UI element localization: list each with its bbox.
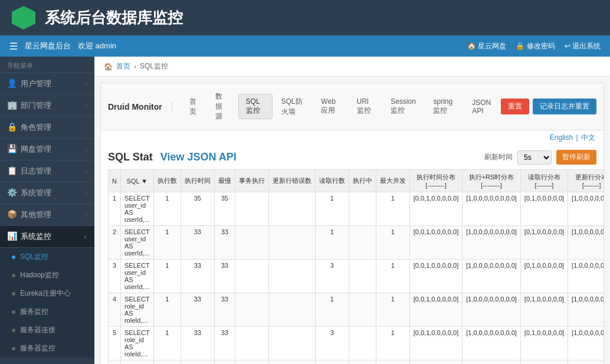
log-reset-button[interactable]: 记录日志并重置 <box>533 99 596 114</box>
cell-time-rs-dist: [1,0,0,0,0,0,0,0,0] <box>463 192 521 226</box>
cell-time-rs-dist: [1,0,0,0,0,0,0,0,0] <box>463 226 521 260</box>
cell-executing <box>349 360 376 365</box>
th-n: N <box>109 170 121 192</box>
cell-read-rows: 1 <box>315 360 349 365</box>
tab-firewall[interactable]: SQL防火墙 <box>274 93 313 120</box>
cell-slowest: 33 <box>214 260 235 293</box>
cell-exec-time: 33 <box>181 226 214 260</box>
tab-home[interactable]: 首页 <box>182 93 206 120</box>
home-icon: 🏠 <box>104 63 113 71</box>
cell-tx <box>235 226 268 260</box>
cell-update-err <box>268 192 315 226</box>
cell-read-dist: [0,1,0,0,0,0,0] <box>520 327 568 360</box>
breadcrumb-home[interactable]: 首页 <box>116 61 130 71</box>
inactive-dot <box>12 329 15 332</box>
sidebar-item-system[interactable]: ⚙️系统管理 › <box>0 182 94 204</box>
nav-link-home[interactable]: 🏠 星云网盘 <box>467 41 506 51</box>
cell-max-concurrent: 1 <box>376 327 409 360</box>
inactive-dot <box>12 292 15 296</box>
reset-button[interactable]: 重置 <box>501 99 529 114</box>
sidebar-item-disk[interactable]: 💾网盘管理 › <box>0 139 94 160</box>
sidebar-item-dept[interactable]: 🏢部门管理 › <box>0 95 94 117</box>
cell-max-concurrent: 1 <box>376 226 409 260</box>
cell-slowest: 33 <box>214 293 235 327</box>
sidebar-subitem-service-monitor[interactable]: 服务监控 <box>0 303 94 321</box>
cell-read-rows: 1 <box>315 192 349 226</box>
cell-sql[interactable]: SELECT user_id AS userId,... <box>120 192 153 226</box>
cell-read-dist: [0,1,0,0,0,0,0] <box>520 226 568 260</box>
tab-uri[interactable]: URI监控 <box>349 94 382 119</box>
cell-update-dist: [1,0,0,0,0,0,0] <box>568 260 604 293</box>
refresh-area: 刷新时间 5s 10s 30s 60s 关闭 暂停刷新 <box>484 150 596 165</box>
view-json-link[interactable]: View JSON API <box>160 151 237 163</box>
sql-stat-title: SQL Stat View JSON API <box>108 151 237 163</box>
table-row: 6 select menu_id from sys_r... 1 33 33 6… <box>109 360 604 365</box>
nav-link-logout[interactable]: ↩ 退出系统 <box>565 41 601 51</box>
sidebar-item-role[interactable]: 🔒角色管理 › <box>0 117 94 139</box>
dept-icon: 🏢 <box>7 100 17 110</box>
cell-executing <box>349 192 376 226</box>
cell-exec-time: 33 <box>181 360 214 365</box>
cell-max-concurrent: 1 <box>376 293 409 327</box>
cell-read-dist: [0,1,0,0,0,0,0] <box>520 293 568 327</box>
cell-time-dist: [0,0,1,0,0,0,0,0] <box>409 293 462 327</box>
cell-sql[interactable]: SELECT user_id AS userId,... <box>120 226 153 260</box>
cell-executing <box>349 327 376 360</box>
druid-header: Druid Monitor 首页 数据源 SQL监控 SQL防火墙 Web应用 … <box>101 83 604 130</box>
monitor-icon: 📊 <box>7 231 17 241</box>
arrow-icon: › <box>86 190 87 196</box>
sidebar-item-user[interactable]: 👤用户管理 › <box>0 73 94 95</box>
cell-time-dist: [0,0,1,0,0,0,0,0] <box>409 226 462 260</box>
th-time-dist: 执行时间分布[--------] <box>409 170 462 192</box>
sidebar-subitem-server-monitor[interactable]: 服务器监控 <box>0 339 94 358</box>
cell-read-dist: [0,1,0,0,0,0,0] <box>520 192 568 226</box>
tab-spring[interactable]: spring监控 <box>425 94 463 119</box>
table-row: 1 SELECT user_id AS userId,... 1 35 35 1… <box>109 192 604 226</box>
arrow-icon: › <box>86 212 87 218</box>
cell-max-concurrent: 1 <box>376 360 409 365</box>
breadcrumb-current: SQL监控 <box>140 61 168 71</box>
table-row: 5 SELECT role_id AS roleId,... 1 33 33 3… <box>109 327 604 360</box>
tab-json[interactable]: JSON API <box>464 95 501 119</box>
cell-tx <box>235 260 268 293</box>
lang-chinese[interactable]: 中文 <box>581 133 595 142</box>
sidebar-subitem-eureka[interactable]: Eureka注册中心 <box>0 284 94 303</box>
sidebar-item-log[interactable]: 📋日志管理 › <box>0 160 94 182</box>
cell-sql[interactable]: select menu_id from sys_r... <box>120 360 153 365</box>
hamburger-icon[interactable]: ☰ <box>9 41 18 52</box>
cell-read-dist: [0,1,0,0,0,0,0] <box>520 260 568 293</box>
inactive-dot <box>12 347 15 350</box>
cell-exec-time: 33 <box>181 293 214 327</box>
arrow-icon: › <box>86 103 87 109</box>
tab-sql[interactable]: SQL监控 <box>238 94 273 119</box>
sidebar-monitor-section[interactable]: 📊系统监控 ∨ <box>0 226 94 248</box>
tab-session[interactable]: Session监控 <box>383 94 424 119</box>
cell-update-err <box>268 293 315 327</box>
refresh-select[interactable]: 5s 10s 30s 60s 关闭 <box>517 150 552 165</box>
pause-button[interactable]: 暂停刷新 <box>556 150 596 165</box>
cell-sql[interactable]: SELECT role_id AS roleId,... <box>120 327 153 360</box>
cell-sql[interactable]: SELECT role_id AS roleId,... <box>120 293 153 327</box>
cell-read-rows: 3 <box>315 327 349 360</box>
tab-webapp[interactable]: Web应用 <box>313 94 347 119</box>
nav-link-password[interactable]: 🔒 修改密码 <box>516 41 555 51</box>
arrow-icon: › <box>86 81 87 87</box>
nav-welcome: 欢迎 admin <box>78 41 116 51</box>
breadcrumb: 🏠 首页 › SQL监控 <box>94 57 610 77</box>
arrow-icon: › <box>86 168 87 175</box>
th-executing: 执行中 <box>349 170 376 192</box>
sidebar-item-other[interactable]: 📦其他管理 › <box>0 204 94 226</box>
sidebar-subitem-hadoop[interactable]: Hadoop监控 <box>0 266 94 284</box>
lang-english[interactable]: English <box>550 133 573 142</box>
tab-datasource[interactable]: 数据源 <box>208 88 237 125</box>
table-row: 4 SELECT role_id AS roleId,... 1 33 33 1… <box>109 293 604 327</box>
cell-n: 4 <box>109 293 121 327</box>
cell-exec-count: 1 <box>153 293 181 327</box>
th-exec-count: 执行数 <box>153 170 181 192</box>
druid-container: Druid Monitor 首页 数据源 SQL监控 SQL防火墙 Web应用 … <box>100 83 604 364</box>
sidebar-subitem-sql[interactable]: SQL监控 <box>0 248 94 266</box>
cell-sql[interactable]: SELECT user_id AS userId,... <box>120 260 153 293</box>
sidebar-subitem-service-conn[interactable]: 服务器连接 <box>0 321 94 339</box>
cell-update-dist: [1,0,0,0,0,0,0] <box>568 327 604 360</box>
th-max-concurrent: 最大并发 <box>376 170 409 192</box>
